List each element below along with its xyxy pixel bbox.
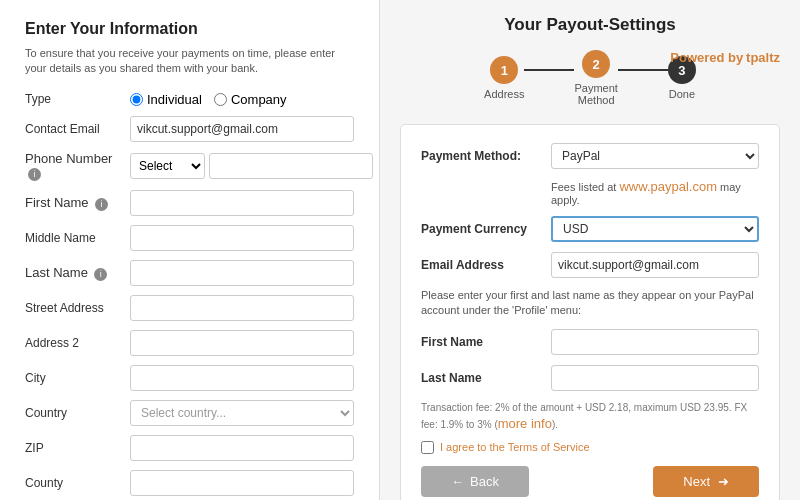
- right-last-name-input[interactable]: [551, 365, 759, 391]
- type-individual-radio[interactable]: [130, 93, 143, 106]
- right-first-name-label: First Name: [421, 335, 551, 349]
- right-panel: Your Payout-Settings 1 Address 2 Payment…: [380, 0, 800, 500]
- left-arrow-icon: ←: [451, 474, 464, 489]
- type-company-text: Company: [231, 92, 287, 107]
- right-next-label: Next: [683, 474, 710, 489]
- step-1-label: Address: [484, 88, 524, 100]
- phone-info-icon[interactable]: i: [28, 168, 41, 181]
- fees-link[interactable]: www.paypal.com: [619, 179, 717, 194]
- bottom-buttons: ← Back Next ➜: [421, 466, 759, 497]
- address2-label: Address 2: [25, 336, 130, 350]
- last-name-label: Last Name i: [25, 265, 130, 281]
- step-3-label: Done: [669, 88, 695, 100]
- payment-method-select[interactable]: PayPal: [551, 143, 759, 169]
- type-company-label[interactable]: Company: [214, 92, 287, 107]
- street-address-label: Street Address: [25, 301, 130, 315]
- phone-input-group: Select: [130, 153, 373, 179]
- terms-row: I agree to the Terms of Service: [421, 441, 759, 454]
- payment-method-label: Payment Method:: [421, 149, 551, 163]
- last-name-input[interactable]: [130, 260, 354, 286]
- phone-number-input[interactable]: [209, 153, 373, 179]
- address2-input[interactable]: [130, 330, 354, 356]
- right-title: Your Payout-Settings: [400, 15, 780, 35]
- type-radio-group: Individual Company: [130, 92, 287, 107]
- first-name-input[interactable]: [130, 190, 354, 216]
- transaction-text: Transaction fee: 2% of the amount + USD …: [421, 401, 759, 433]
- country-row: Country Select country...: [25, 400, 354, 426]
- county-label: County: [25, 476, 130, 490]
- right-arrow-icon-2: ➜: [718, 474, 729, 489]
- city-label: City: [25, 371, 130, 385]
- payment-card: Payment Method: PayPal Fees listed at ww…: [400, 124, 780, 500]
- step-line-2: [618, 69, 668, 71]
- city-input[interactable]: [130, 365, 354, 391]
- step-2-circle: 2: [582, 50, 610, 78]
- payment-method-row: Payment Method: PayPal: [421, 143, 759, 169]
- back-button[interactable]: ← Back: [421, 466, 529, 497]
- address2-row: Address 2: [25, 330, 354, 356]
- right-next-button[interactable]: Next ➜: [653, 466, 759, 497]
- right-first-name-input[interactable]: [551, 329, 759, 355]
- first-name-label: First Name i: [25, 195, 130, 211]
- type-row: Type Individual Company: [25, 92, 354, 107]
- step-2-label: PaymentMethod: [574, 82, 617, 106]
- powered-brand: tpaltz: [746, 50, 780, 65]
- right-first-name-row: First Name: [421, 329, 759, 355]
- email-address-label: Email Address: [421, 258, 551, 272]
- steps-container: 1 Address 2 PaymentMethod 3 Done Powered…: [400, 50, 780, 106]
- terms-checkbox[interactable]: [421, 441, 434, 454]
- step-1-circle: 1: [490, 56, 518, 84]
- type-individual-label[interactable]: Individual: [130, 92, 202, 107]
- contact-email-input[interactable]: [130, 116, 354, 142]
- contact-email-row: Contact Email: [25, 116, 354, 142]
- country-label: Country: [25, 406, 130, 420]
- county-input[interactable]: [130, 470, 354, 496]
- info-text: Please enter your first and last name as…: [421, 288, 759, 319]
- payment-currency-row: Payment Currency USD: [421, 216, 759, 242]
- middle-name-row: Middle Name: [25, 225, 354, 251]
- first-name-row: First Name i: [25, 190, 354, 216]
- zip-input[interactable]: [130, 435, 354, 461]
- zip-label: ZIP: [25, 441, 130, 455]
- last-name-row: Last Name i: [25, 260, 354, 286]
- street-address-row: Street Address: [25, 295, 354, 321]
- fees-note: Fees listed at www.paypal.com may apply.: [551, 179, 759, 206]
- step-line-1: [524, 69, 574, 71]
- step-2: 2 PaymentMethod: [574, 50, 617, 106]
- left-title: Enter Your Information: [25, 20, 354, 38]
- city-row: City: [25, 365, 354, 391]
- middle-name-label: Middle Name: [25, 231, 130, 245]
- country-select[interactable]: Select country...: [130, 400, 354, 426]
- right-last-name-row: Last Name: [421, 365, 759, 391]
- left-subtitle: To ensure that you receive your payments…: [25, 46, 354, 77]
- type-individual-text: Individual: [147, 92, 202, 107]
- back-label: Back: [470, 474, 499, 489]
- phone-label: Phone Number i: [25, 151, 130, 181]
- payment-currency-label: Payment Currency: [421, 222, 551, 236]
- terms-label[interactable]: I agree to the Terms of Service: [440, 441, 590, 453]
- right-last-name-label: Last Name: [421, 371, 551, 385]
- email-address-input[interactable]: [551, 252, 759, 278]
- first-name-info-icon[interactable]: i: [95, 198, 108, 211]
- street-address-input[interactable]: [130, 295, 354, 321]
- middle-name-input[interactable]: [130, 225, 354, 251]
- contact-email-label: Contact Email: [25, 122, 130, 136]
- type-company-radio[interactable]: [214, 93, 227, 106]
- more-info-link[interactable]: more info: [498, 416, 552, 431]
- payment-currency-select[interactable]: USD: [551, 216, 759, 242]
- zip-row: ZIP: [25, 435, 354, 461]
- step-1: 1 Address: [484, 56, 524, 100]
- left-panel: Enter Your Information To ensure that yo…: [0, 0, 380, 500]
- phone-country-select[interactable]: Select: [130, 153, 205, 179]
- powered-by: Powered by tpaltz: [670, 50, 780, 65]
- email-address-row: Email Address: [421, 252, 759, 278]
- type-label: Type: [25, 92, 130, 106]
- phone-row: Phone Number i Select: [25, 151, 354, 181]
- last-name-info-icon[interactable]: i: [94, 268, 107, 281]
- county-row: County: [25, 470, 354, 496]
